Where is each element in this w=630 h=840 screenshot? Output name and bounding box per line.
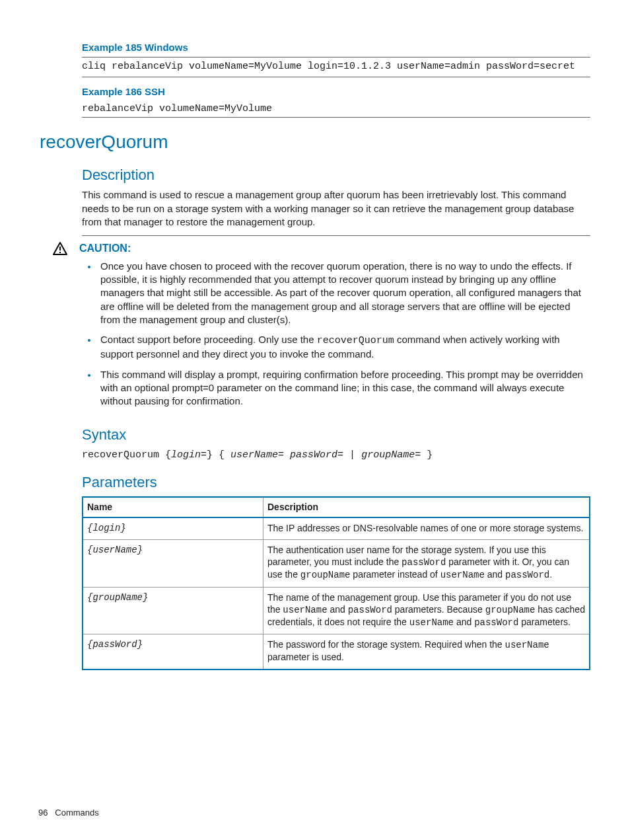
svg-rect-1 <box>59 252 61 253</box>
caution-label: CAUTION: <box>79 243 131 254</box>
caution-icon <box>53 241 79 258</box>
caution-item: This command will display a prompt, requ… <box>98 368 590 408</box>
param-desc: The authentication user name for the sto… <box>263 540 590 588</box>
page-footer: 96 Commands <box>38 807 99 819</box>
param-name: {login} <box>83 517 263 540</box>
parameters-table: Name Description {login}The IP addresses… <box>82 496 590 670</box>
param-name: {userName} <box>83 540 263 588</box>
col-desc: Description <box>263 497 590 517</box>
table-row: {login}The IP addresses or DNS-resolvabl… <box>83 517 590 540</box>
example-186-title: Example 186 SSH <box>82 85 590 98</box>
param-name: {passWord} <box>83 634 263 669</box>
syntax-heading: Syntax <box>82 425 590 445</box>
command-heading: recoverQuorum <box>40 130 590 155</box>
caution-item: Contact support before proceeding. Only … <box>98 333 590 362</box>
table-row: {userName}The authentication user name f… <box>83 540 590 588</box>
param-desc: The password for the storage system. Req… <box>263 634 590 669</box>
description-heading: Description <box>82 165 590 185</box>
table-row: {passWord}The password for the storage s… <box>83 634 590 669</box>
table-row: {groupName}The name of the management gr… <box>83 587 590 634</box>
example-185-code: cliq rebalanceVip volumeName=MyVolume lo… <box>82 57 590 77</box>
param-desc: The IP addresses or DNS-resolvable names… <box>263 517 590 540</box>
divider <box>82 235 590 236</box>
parameters-heading: Parameters <box>82 473 590 492</box>
caution-list: Once you have chosen to proceed with the… <box>79 260 590 408</box>
param-name: {groupName} <box>83 587 263 634</box>
svg-rect-0 <box>59 247 61 250</box>
description-body: This command is used to rescue a managem… <box>82 188 590 229</box>
col-name: Name <box>83 497 263 517</box>
example-185-title: Example 185 Windows <box>82 41 590 54</box>
example-186-code: rebalanceVip volumeName=MyVolume <box>82 101 590 118</box>
syntax-line: recoverQuorum {login=} { userName= passW… <box>82 449 590 462</box>
caution-item: Once you have chosen to proceed with the… <box>98 260 590 326</box>
param-desc: The name of the management group. Use th… <box>263 587 590 634</box>
